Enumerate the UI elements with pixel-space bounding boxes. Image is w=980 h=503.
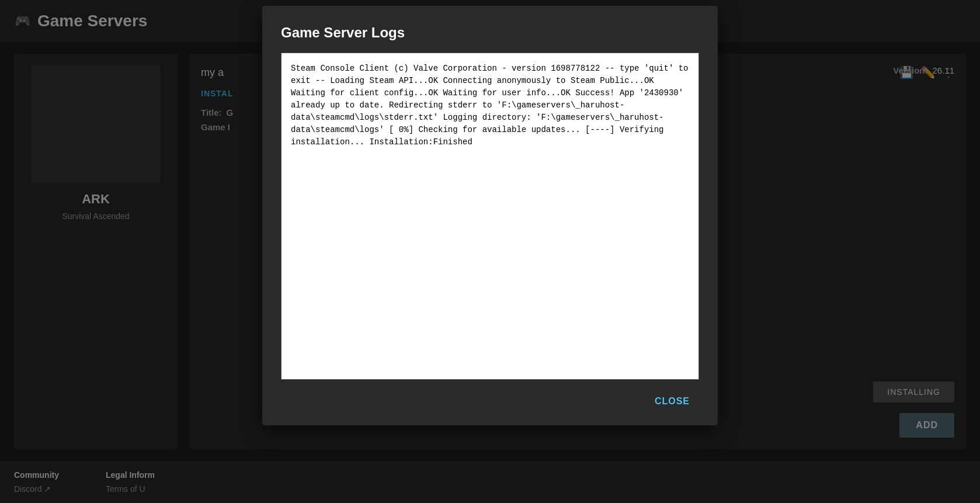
modal-overlay: Game Server Logs Steam Console Client (c… (0, 0, 980, 503)
log-container[interactable]: Steam Console Client (c) Valve Corporati… (281, 53, 699, 380)
close-button[interactable]: CLOSE (645, 391, 699, 411)
modal-footer: CLOSE (281, 391, 699, 411)
game-server-logs-modal: Game Server Logs Steam Console Client (c… (262, 6, 718, 425)
log-content: Steam Console Client (c) Valve Corporati… (282, 53, 698, 158)
modal-title: Game Server Logs (281, 25, 699, 41)
